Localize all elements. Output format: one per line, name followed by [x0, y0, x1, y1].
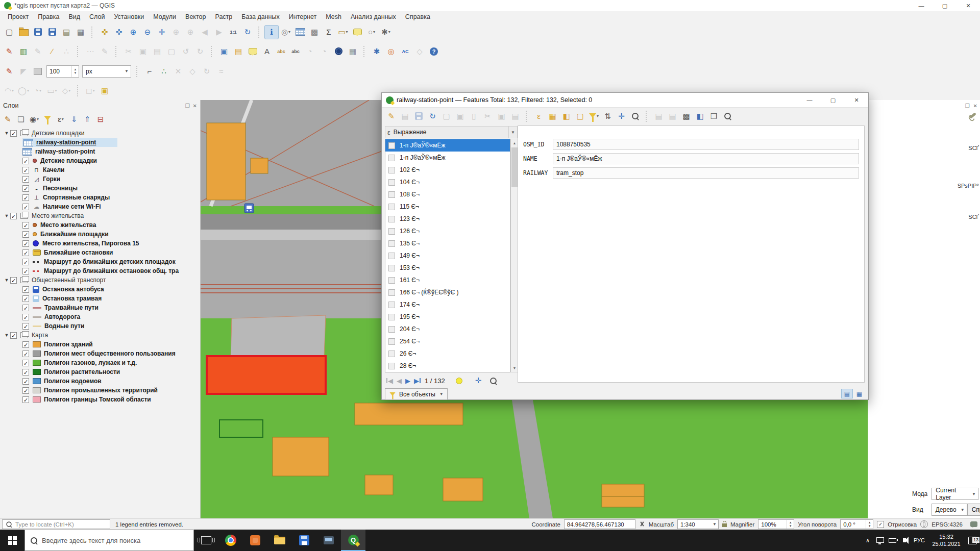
coordinate-input[interactable]: 84.964278,56.467130	[564, 519, 635, 529]
first-feature-button[interactable]: ◀	[386, 378, 393, 384]
expander-icon[interactable]: ▼	[3, 131, 10, 136]
labeling-options-button[interactable]: abc	[289, 45, 302, 58]
select-all-button[interactable]: ▦	[546, 110, 559, 122]
layer-row[interactable]: ✓Трамвайные пути	[0, 303, 200, 312]
feature-checkbox[interactable]	[388, 253, 395, 259]
layer-row[interactable]: ✓Полигон растительности	[0, 367, 200, 377]
layer-visibility-checkbox[interactable]: ✓	[22, 396, 29, 403]
layer-visibility-checkbox[interactable]: ✓	[22, 167, 29, 173]
delete-feature-button[interactable]: ▯	[468, 110, 480, 122]
feature-list-item[interactable]: 108 Є¬	[385, 188, 510, 201]
scale-combobox[interactable]: 1:340 ▼	[677, 519, 719, 529]
feature-list-item[interactable]: 115 Є¬	[385, 201, 510, 213]
unit-combobox[interactable]: px ▼	[82, 65, 131, 78]
save-edits-button[interactable]	[412, 110, 425, 122]
select-by-expression-button[interactable]: ε	[532, 110, 545, 122]
spin-steppers[interactable]: ▲▼	[866, 520, 873, 529]
layer-visibility-checkbox[interactable]: ✓	[10, 332, 17, 339]
layer-visibility-checkbox[interactable]: ✓	[22, 286, 29, 293]
feature-checkbox[interactable]	[388, 204, 395, 210]
expander-icon[interactable]: ▼	[3, 278, 10, 283]
layer-visibility-checkbox[interactable]: ✓	[22, 231, 29, 238]
feature-list-item[interactable]: 123 Є¬	[385, 213, 510, 225]
feature-list-item[interactable]: 26 Є¬	[385, 347, 510, 360]
run-feature-action-button[interactable]: ◎▾	[279, 26, 292, 39]
layer-visibility-checkbox[interactable]: ✓	[22, 222, 29, 229]
layer-visibility-checkbox[interactable]: ✓	[22, 249, 29, 256]
style-paint-button[interactable]: ✎	[3, 65, 16, 78]
zoom-in-tool[interactable]: ⊕	[127, 26, 140, 39]
cut-features-button[interactable]: ✂	[122, 45, 135, 58]
highlight-feature-icon[interactable]	[456, 378, 462, 384]
feature-checkbox[interactable]	[388, 277, 395, 284]
panel-close-icon[interactable]: ✕	[973, 103, 977, 109]
circle-tool[interactable]: ◯▾	[17, 84, 30, 97]
open-field-calculator-button[interactable]: ▩	[680, 110, 693, 122]
field-input-name[interactable]: 1-п J®аЎ®«мЁж	[553, 153, 859, 164]
pan-to-selection-button[interactable]: ✛	[615, 110, 628, 122]
tray-chevron-icon[interactable]: ∧	[862, 537, 874, 544]
stroke-width-spinbox[interactable]: 100 ▲▼	[46, 65, 79, 78]
layer-visibility-checkbox[interactable]: ✓	[22, 378, 29, 385]
save-project-as-button[interactable]	[45, 26, 59, 39]
save-project-button[interactable]	[31, 26, 44, 39]
feature-list-item[interactable]: 161 Є¬	[385, 274, 510, 286]
package-tool-button[interactable]: ▦	[346, 45, 359, 58]
delete-selected-button[interactable]: ▢	[165, 45, 178, 58]
feature-list-item[interactable]: 1-п J®аЎ®«мЁж	[385, 139, 510, 152]
spin-steppers[interactable]: ▲▼	[787, 520, 794, 529]
feature-checkbox[interactable]	[388, 191, 395, 198]
snapping-corner-button[interactable]: ⌐	[143, 65, 156, 78]
feature-checkbox[interactable]	[388, 155, 395, 161]
menu-2[interactable]: Правка	[33, 13, 64, 20]
expand-all-button[interactable]: ⇓	[68, 113, 80, 125]
language-indicator[interactable]: РУС	[911, 537, 928, 543]
feature-checkbox[interactable]	[388, 142, 395, 149]
menu-11[interactable]: Mesh	[321, 13, 346, 20]
menu-6[interactable]: Модули	[149, 13, 181, 20]
layer-row[interactable]: ✓Полигон мест общественного пользования	[0, 349, 200, 358]
filter-select-button[interactable]: ▾	[587, 110, 600, 122]
explorer-taskbar-button[interactable]	[267, 530, 292, 551]
field-input-railway[interactable]: tram_stop	[553, 167, 859, 179]
multiedit-button[interactable]: ▤	[399, 110, 411, 122]
field-input-osm_id[interactable]: 1088750535	[553, 139, 859, 150]
save-app-taskbar-button[interactable]	[292, 530, 316, 551]
select-arrow-button[interactable]: ◤	[17, 65, 30, 78]
feature-list-item[interactable]: 153 Є¬	[385, 262, 510, 274]
layer-visibility-checkbox[interactable]: ✓	[22, 369, 29, 375]
layer-visibility-checkbox[interactable]: ✓	[22, 176, 29, 183]
feature-list-item[interactable]: 126 Є¬	[385, 225, 510, 237]
delete-field-button[interactable]: ▤	[666, 110, 679, 122]
menu-9[interactable]: База данных	[237, 13, 284, 20]
map-tips-button[interactable]	[351, 26, 364, 39]
identify-features-tool[interactable]: ℹ	[265, 26, 278, 39]
rotate-feature-button[interactable]: ↻	[200, 65, 213, 78]
rotation-spinbox[interactable]: 0,0 ° ▲▼	[840, 519, 873, 529]
feature-list-item[interactable]: 174 Є¬	[385, 298, 510, 311]
expander-icon[interactable]: ▼	[3, 213, 10, 218]
ac-plugin-button[interactable]: AC	[399, 45, 412, 58]
layer-visibility-checkbox[interactable]: ✓	[22, 360, 29, 366]
feature-checkbox[interactable]	[388, 179, 395, 186]
layer-labeling-button[interactable]: abc	[275, 45, 288, 58]
taskbar-clock[interactable]: 15:32 25.01.2021	[928, 533, 965, 547]
zoom-to-layer-button[interactable]: ⊕	[184, 26, 197, 39]
search-table-button[interactable]	[721, 110, 734, 122]
statistics-button[interactable]: Σ	[322, 26, 335, 39]
field-calculator-button[interactable]: ▩	[308, 26, 321, 39]
break-geometry-button[interactable]: ✕	[172, 65, 185, 78]
layer-row[interactable]: ✓◿Горки	[0, 174, 200, 184]
minimize-button[interactable]: —	[910, 0, 933, 11]
toggle-editing-button[interactable]: ✎	[31, 45, 44, 58]
layer-visibility-checkbox[interactable]: ✓	[22, 323, 29, 330]
layer-row[interactable]: ✓⊓Качели	[0, 165, 200, 174]
layer-row[interactable]: ✓Полигон зданий	[0, 340, 200, 349]
layer-visibility-checkbox[interactable]: ✓	[22, 305, 29, 311]
manage-map-themes-button[interactable]: ◉▾	[28, 113, 40, 125]
layer-row[interactable]: ✓Маршрут до ближайших остановок общ. тра	[0, 266, 200, 276]
close-button[interactable]: ✕	[957, 0, 980, 11]
feature-list-item[interactable]: 204 Є¬	[385, 323, 510, 335]
copy-style-button[interactable]: ▤	[232, 45, 245, 58]
open-layer-styling-button[interactable]: ✎	[2, 113, 14, 125]
